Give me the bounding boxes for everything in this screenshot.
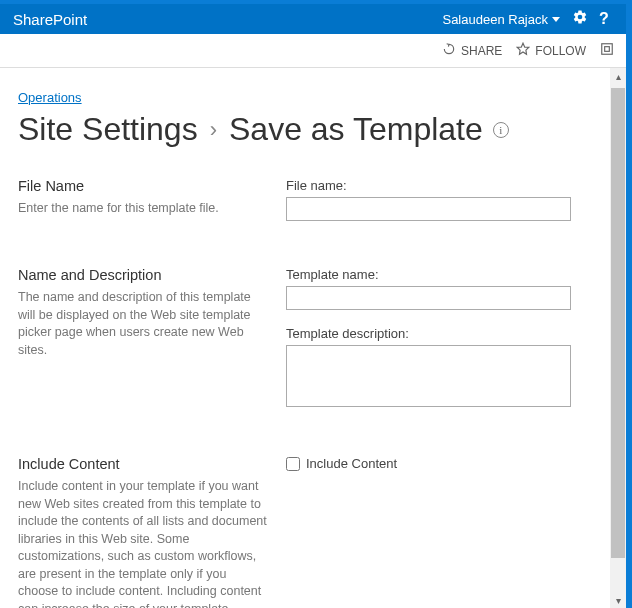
svg-rect-1 bbox=[602, 44, 613, 55]
vertical-scrollbar[interactable]: ▴ ▾ bbox=[610, 68, 626, 608]
include-content-label: Include Content bbox=[306, 456, 397, 471]
page-content: Operations Site Settings › Save as Templ… bbox=[0, 68, 610, 608]
help-button[interactable]: ? bbox=[592, 10, 616, 28]
title-sub: Save as Template bbox=[229, 111, 483, 148]
brand-label: SharePoint bbox=[10, 11, 442, 28]
template-desc-label: Template description: bbox=[286, 326, 584, 341]
template-desc-input[interactable] bbox=[286, 345, 571, 407]
scroll-down-icon[interactable]: ▾ bbox=[610, 592, 626, 608]
title-main: Site Settings bbox=[18, 111, 198, 148]
gear-icon bbox=[572, 11, 588, 28]
section-include-content: Include Content Include content in your … bbox=[18, 456, 584, 608]
section-title: File Name bbox=[18, 178, 268, 194]
svg-rect-2 bbox=[605, 47, 610, 52]
follow-button[interactable]: FOLLOW bbox=[516, 42, 586, 59]
chevron-right-icon: › bbox=[208, 117, 219, 143]
template-name-input[interactable] bbox=[286, 286, 571, 310]
file-name-input[interactable] bbox=[286, 197, 571, 221]
info-icon[interactable]: i bbox=[493, 122, 509, 138]
share-button[interactable]: SHARE bbox=[442, 42, 502, 59]
user-menu[interactable]: Salaudeen Rajack bbox=[442, 12, 568, 27]
scroll-thumb[interactable] bbox=[611, 88, 625, 558]
section-desc: Include content in your template if you … bbox=[18, 478, 268, 608]
star-icon bbox=[516, 42, 530, 59]
focus-button[interactable] bbox=[600, 42, 614, 59]
section-name-description: Name and Description The name and descri… bbox=[18, 267, 584, 426]
suite-bar: SharePoint Salaudeen Rajack ? bbox=[0, 4, 626, 34]
focus-icon bbox=[600, 42, 614, 59]
section-filename: File Name Enter the name for this templa… bbox=[18, 178, 584, 237]
svg-marker-0 bbox=[517, 43, 529, 54]
section-title: Name and Description bbox=[18, 267, 268, 283]
user-name: Salaudeen Rajack bbox=[442, 12, 548, 27]
template-name-label: Template name: bbox=[286, 267, 584, 282]
include-content-checkbox[interactable] bbox=[286, 457, 300, 471]
follow-label: FOLLOW bbox=[535, 44, 586, 58]
section-desc: Enter the name for this template file. bbox=[18, 200, 268, 218]
page-title: Site Settings › Save as Template i bbox=[18, 111, 584, 148]
section-title: Include Content bbox=[18, 456, 268, 472]
share-label: SHARE bbox=[461, 44, 502, 58]
share-icon bbox=[442, 42, 456, 59]
settings-button[interactable] bbox=[568, 9, 592, 29]
ribbon: SHARE FOLLOW bbox=[0, 34, 626, 68]
scroll-up-icon[interactable]: ▴ bbox=[610, 68, 626, 84]
breadcrumb-operations[interactable]: Operations bbox=[18, 90, 82, 105]
file-name-label: File name: bbox=[286, 178, 584, 193]
caret-down-icon bbox=[552, 17, 560, 22]
help-icon: ? bbox=[599, 10, 609, 27]
section-desc: The name and description of this templat… bbox=[18, 289, 268, 359]
